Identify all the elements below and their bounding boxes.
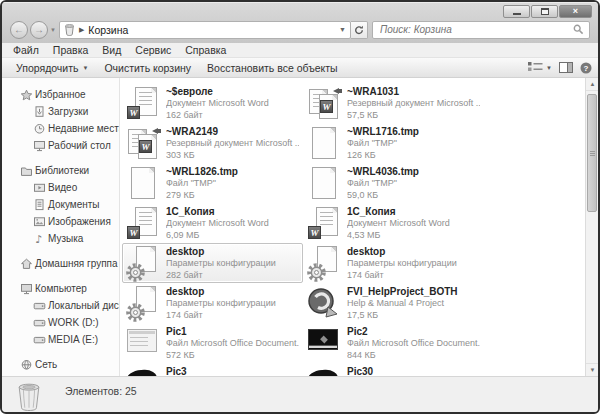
file-size: 174 байт [166, 310, 276, 321]
file-size: 4,53 МБ [347, 230, 450, 241]
sidebar-item[interactable]: Видео [2, 179, 119, 196]
file-item[interactable]: W1С_КопияДокумент Microsoft Word4,53 МБ [303, 203, 484, 243]
menu-item-4[interactable]: Справка [178, 44, 233, 56]
disk-icon [33, 317, 48, 329]
sidebar-item[interactable]: Документы [2, 196, 119, 213]
file-item[interactable]: Pic30Файл Microsoft Office Document... [303, 363, 484, 376]
file-item[interactable]: FVI_HelpProject_BOTHHelp & Manual 4 Proj… [303, 283, 484, 323]
scroll-up-icon[interactable]: ▲ [586, 78, 599, 91]
star-icon [20, 89, 35, 101]
file-item[interactable]: desktopПараметры конфигурации174 байт [303, 243, 484, 283]
file-size: 57,5 КБ [347, 110, 480, 121]
preview-pane-button[interactable] [559, 62, 573, 73]
config-file-icon [126, 286, 160, 322]
address-bar[interactable]: ▶ Корзина ▼ [59, 21, 351, 39]
sidebar-item[interactable]: MEDIA (E:) [2, 331, 119, 348]
preview-pane-icon [559, 62, 573, 73]
file-name: desktop [166, 246, 276, 258]
refresh-button[interactable] [351, 21, 368, 39]
file-item[interactable]: Pic3Файл Microsoft Office Document... [122, 363, 303, 376]
refresh-icon [354, 25, 364, 35]
recycle-bin-icon [64, 23, 75, 36]
file-type: Файл "TMP" [347, 178, 419, 190]
file-type: Файл Microsoft Office Document... [347, 338, 480, 350]
file-name: ~WRL1716.tmp [347, 126, 419, 138]
word-backup-icon: W [307, 86, 341, 122]
address-row: ← → ▼ ▶ Корзина ▼ [2, 19, 598, 43]
sidebar-section-2[interactable]: Домашняя группа [2, 255, 119, 272]
word-document-icon: W [307, 206, 341, 242]
title-bar[interactable]: × [2, 2, 598, 19]
file-type: Параметры конфигурации [166, 258, 276, 270]
back-button[interactable]: ← [10, 21, 28, 39]
file-item[interactable]: ~WRL1826.tmpФайл "TMP"279 КБ [122, 163, 303, 203]
search-box [372, 21, 590, 39]
menu-item-1[interactable]: Правка [46, 44, 95, 56]
menu-item-0[interactable]: Файл [6, 44, 46, 56]
file-type: Документ Microsoft Word [166, 218, 269, 230]
menu-item-2[interactable]: Вид [95, 44, 128, 56]
sidebar-item[interactable]: Рабочий стол [2, 137, 119, 154]
file-name: desktop [166, 286, 276, 298]
helpman-project-icon [307, 286, 341, 322]
file-item[interactable]: Pic2Файл Microsoft Office Document...844… [303, 323, 484, 363]
close-button[interactable]: × [559, 5, 592, 18]
help-icon: ? [580, 62, 592, 74]
pictures-icon [33, 216, 48, 228]
toolbar-button-0[interactable]: Упорядочить▼ [8, 60, 96, 76]
command-toolbar: Упорядочить▼Очистить корзинуВосстановить… [2, 58, 598, 78]
item-count-label: Элементов: 25 [65, 385, 137, 397]
music-icon: ♪ [33, 233, 48, 245]
change-view-button[interactable]: ▼ [528, 62, 552, 73]
file-type: Help & Manual 4 Project [347, 298, 458, 310]
recent-pages-dropdown[interactable]: ▼ [50, 27, 56, 33]
menu-item-3[interactable]: Сервис [128, 44, 178, 56]
sidebar-section-0[interactable]: Избранное [2, 86, 119, 103]
recycle-bin-status-icon [15, 381, 43, 414]
file-type: Файл "TMP" [347, 138, 419, 150]
sidebar-item[interactable]: Изображения [2, 213, 119, 230]
desktop-icon [33, 140, 48, 152]
help-button[interactable]: ? [580, 62, 592, 74]
close-icon: × [573, 7, 578, 16]
sidebar-section-3[interactable]: Компьютер [2, 280, 119, 297]
toolbar-button-2[interactable]: Восстановить все объекты [199, 60, 346, 76]
file-item[interactable]: desktopПараметры конфигурации174 байт [122, 283, 303, 323]
forward-button[interactable]: → [30, 21, 48, 39]
toolbar-button-1[interactable]: Очистить корзину [96, 60, 199, 76]
file-item[interactable]: desktopПараметры конфигурации282 байт [122, 243, 303, 283]
scroll-down-icon[interactable]: ▼ [586, 363, 599, 376]
sidebar-item[interactable]: Локальный диск (C [2, 297, 119, 314]
tmp-file-icon [307, 126, 341, 162]
sidebar-section-1[interactable]: Библиотеки [2, 162, 119, 179]
scrollbar-thumb[interactable] [587, 94, 597, 212]
file-item[interactable]: W~WRA2149Резервный документ Microsoft ..… [122, 123, 303, 163]
sidebar-section-4[interactable]: Сеть [2, 356, 119, 373]
file-name: ~WRL4036.tmp [347, 166, 419, 178]
file-size: 844 КБ [347, 350, 480, 361]
file-item[interactable]: Pic1Файл Microsoft Office Document...572… [122, 323, 303, 363]
breadcrumb[interactable]: Корзина [88, 24, 335, 36]
file-list-pane: W~$евролеДокумент Microsoft Word162 байт… [121, 78, 585, 376]
file-item[interactable]: W~WRA1031Резервный документ Microsoft ..… [303, 83, 484, 123]
sidebar-item[interactable]: Загрузки [2, 103, 119, 120]
address-dropdown-icon[interactable]: ▼ [339, 26, 346, 33]
sidebar-item[interactable]: Недавние места [2, 120, 119, 137]
recent-icon [33, 123, 48, 135]
vertical-scrollbar[interactable]: ▲ ▼ [585, 78, 598, 376]
file-item[interactable]: ~WRL4036.tmpФайл "TMP"59,0 КБ [303, 163, 484, 203]
menu-bar: ФайлПравкаВидСервисСправка [2, 43, 598, 58]
file-name: ~$евроле [166, 86, 269, 98]
file-name: ~WRA1031 [347, 86, 480, 98]
file-item[interactable]: ~WRL1716.tmpФайл "TMP"126 КБ [303, 123, 484, 163]
file-item[interactable]: W~$евролеДокумент Microsoft Word162 байт [122, 83, 303, 123]
views-icon [528, 62, 543, 73]
views-dropdown-icon: ▼ [546, 65, 552, 71]
sidebar-item[interactable]: WORK (D:) [2, 314, 119, 331]
minimize-button[interactable] [503, 5, 530, 18]
search-input[interactable] [378, 23, 573, 36]
maximize-icon [541, 8, 549, 15]
file-item[interactable]: W1С_КопияДокумент Microsoft Word6,09 МБ [122, 203, 303, 243]
maximize-button[interactable] [531, 5, 558, 18]
sidebar-item[interactable]: ♪Музыка [2, 230, 119, 247]
